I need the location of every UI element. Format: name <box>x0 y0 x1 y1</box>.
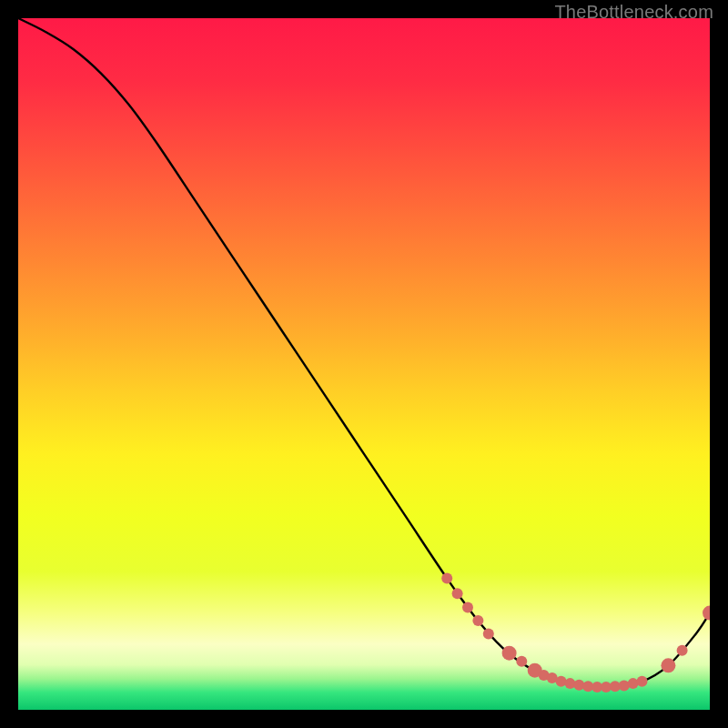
chart-plot <box>18 18 710 710</box>
data-point <box>502 646 517 661</box>
data-point <box>661 658 675 672</box>
chart-frame: TheBottleneck.com <box>18 18 710 710</box>
data-point <box>483 628 494 639</box>
data-point <box>452 588 463 599</box>
data-point <box>462 602 473 613</box>
data-point <box>677 645 688 656</box>
data-point <box>637 676 648 687</box>
data-point <box>472 615 483 626</box>
data-point <box>516 656 527 667</box>
data-point <box>441 573 452 584</box>
gradient-background <box>18 18 710 710</box>
